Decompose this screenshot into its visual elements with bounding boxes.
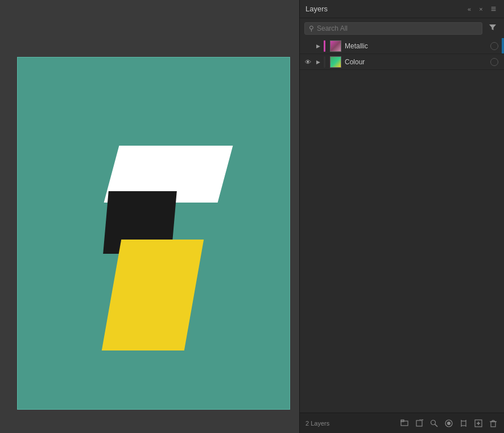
expand-arrow-colour[interactable]: ▶ [315,59,321,65]
panel-titlebar: Layers « × ≡ [300,0,504,18]
shape-yellow [102,240,204,350]
panel-title-left: Layers [305,5,328,13]
mask-button[interactable] [444,418,454,428]
svg-rect-8 [461,421,466,426]
layer-name-metallic: Metallic [345,42,490,50]
layers-list[interactable]: 👁 ▶ Metallic 👁 ▶ Colour [300,38,504,413]
svg-rect-16 [491,422,495,427]
filter-icon [489,23,497,31]
delete-button[interactable] [488,418,498,428]
layer-circle-metallic[interactable] [490,42,498,50]
layer-row[interactable]: 👁 ▶ Metallic [300,38,504,54]
panel-title-controls: « × ≡ [465,3,498,15]
svg-point-4 [431,420,436,424]
filter-button[interactable] [486,22,499,35]
search-input-wrapper: ⚲ [304,22,482,35]
close-panel-button[interactable]: × [477,5,485,14]
layer-count: 2 Layers [305,420,394,427]
footer-icons [399,418,498,428]
expand-arrow-metallic[interactable]: ▶ [315,43,321,49]
layer-circle-colour[interactable] [490,58,498,66]
layer-thumb-metallic [330,40,341,52]
add-button[interactable] [473,418,484,428]
layer-color-bar-metallic [324,40,325,52]
svg-rect-7 [447,422,451,425]
panel-title: Layers [305,5,328,13]
layer-name-colour: Colour [345,58,490,66]
visibility-icon[interactable]: 👁 [303,42,312,50]
layer-color-bar-colour [324,56,325,68]
layer-thumb-colour [330,56,341,68]
layer-row[interactable]: 👁 ▶ Colour [300,54,504,70]
group-layers-icon[interactable] [399,418,410,428]
svg-line-5 [435,424,438,427]
svg-rect-2 [416,420,422,426]
artboard-button[interactable] [458,418,469,428]
search-input[interactable] [317,24,478,32]
layers-panel: Layers « × ≡ ⚲ 👁 ▶ [299,0,504,433]
artboard[interactable] [17,57,290,410]
scroll-indicator [502,38,504,53]
search-row: ⚲ [300,18,504,38]
new-layer-panel-button[interactable] [414,418,424,428]
panel-menu-button[interactable]: ≡ [489,3,498,15]
find-layer-button[interactable] [429,418,439,428]
collapse-panel-button[interactable]: « [465,5,473,14]
layer-row-left: 👁 ▶ [303,40,341,52]
search-icon: ⚲ [309,24,314,32]
visibility-icon-colour[interactable]: 👁 [303,59,312,65]
layer-row-left: 👁 ▶ [303,56,341,68]
panel-footer: 2 Layers [300,413,504,433]
